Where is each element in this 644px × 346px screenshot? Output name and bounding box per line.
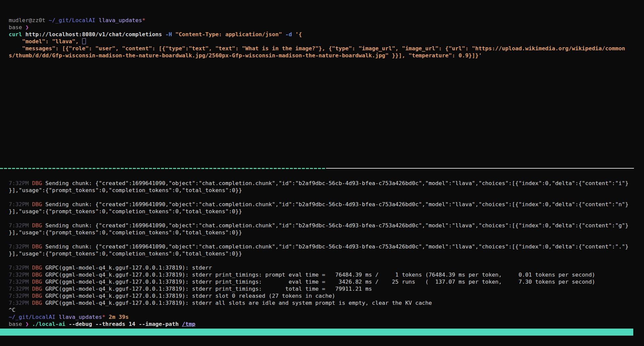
- terminal-screen: mudler@zz0t ~/_git/LocalAI llava_updates…: [0, 0, 644, 346]
- text-segment: DBG: [32, 222, 46, 229]
- terminal-line: base ❯: [9, 24, 625, 31]
- text-segment: curl: [9, 31, 25, 38]
- text-segment: llava_updates: [99, 17, 142, 23]
- terminal-line: }],"usage":{"prompt_tokens":0,"completio…: [9, 208, 629, 215]
- terminal-line: 7:32PM DBG Sending chunk: {"created":169…: [9, 201, 629, 208]
- text-segment: GRPC(ggml-model-q4_k.gguf-127.0.0.1:3781…: [45, 286, 372, 292]
- text-segment: GRPC(ggml-model-q4_k.gguf-127.0.0.1:3781…: [45, 279, 595, 285]
- text-segment: DBG: [32, 243, 46, 250]
- text-segment: }],"usage":{"prompt_tokens":0,"completio…: [9, 187, 242, 193]
- text-segment: GRPC(ggml-model-q4_k.gguf-127.0.0.1:3781…: [45, 272, 595, 278]
- text-segment: 7:32PM: [9, 243, 32, 250]
- text-segment: DBG: [32, 293, 46, 299]
- terminal-line: ~/_git/LocalAI llava_updates* 2m 39s: [9, 313, 629, 321]
- text-segment: llava_updates: [59, 314, 102, 320]
- text-segment: s/thumb/d/dd/Gfp-wisconsin-madison-the-n…: [9, 52, 482, 59]
- terminal-line: [9, 215, 629, 222]
- terminal-line: 7:32PM DBG Sending chunk: {"created":169…: [9, 243, 629, 250]
- text-segment: }],"usage":{"prompt_tokens":0,"completio…: [9, 208, 242, 215]
- text-segment: DBG: [32, 286, 46, 292]
- text-segment: 7:32PM: [9, 300, 32, 306]
- terminal-top-pane[interactable]: mudler@zz0t ~/_git/LocalAI llava_updates…: [9, 17, 625, 59]
- text-segment: DBG: [32, 300, 46, 306]
- text-segment: 7:32PM: [9, 279, 32, 285]
- text-segment: *: [142, 17, 145, 23]
- terminal-line: "model": "llava",: [9, 38, 625, 45]
- text-segment: 7:32PM: [9, 201, 32, 208]
- text-segment: -H: [165, 31, 175, 38]
- terminal-line: [9, 257, 629, 264]
- text-segment: 7:32PM: [9, 180, 32, 186]
- terminal-line: }],"usage":{"prompt_tokens":0,"completio…: [9, 250, 629, 257]
- terminal-line: ^C: [9, 306, 629, 313]
- text-segment: ./local-ai: [32, 321, 69, 327]
- text-segment: DBG: [32, 201, 46, 208]
- terminal-line: 7:32PM DBG GRPC(ggml-model-q4_k.gguf-127…: [9, 271, 629, 278]
- terminal-line: 7:32PM DBG GRPC(ggml-model-q4_k.gguf-127…: [9, 278, 629, 285]
- text-segment: 7:32PM: [9, 222, 32, 229]
- text-segment: Sending chunk: {"created":1699641090,"ob…: [45, 180, 628, 186]
- text-segment: '{: [295, 31, 302, 38]
- terminal-cursor: [82, 38, 86, 44]
- terminal-line: mudler@zz0t ~/_git/LocalAI llava_updates…: [9, 17, 625, 24]
- text-segment: --debug --threads 14 --image-path: [69, 321, 182, 327]
- text-segment: base: [9, 24, 25, 31]
- terminal-line: 7:32PM DBG GRPC(ggml-model-q4_k.gguf-127…: [9, 264, 629, 271]
- text-segment: 7:32PM: [9, 286, 32, 292]
- text-segment: 7:32PM: [9, 293, 32, 299]
- text-segment: http://localhost:8080/v1/chat/completion…: [25, 31, 165, 38]
- terminal-line: s/thumb/d/dd/Gfp-wisconsin-madison-the-n…: [9, 52, 625, 59]
- text-segment: DBG: [32, 272, 46, 278]
- text-segment: DBG: [32, 180, 46, 186]
- text-segment: "Content-Type: application/json": [175, 31, 285, 38]
- terminal-line: }],"usage":{"prompt_tokens":0,"completio…: [9, 187, 629, 194]
- pane-divider[interactable]: [0, 168, 634, 169]
- terminal-line: 7:32PM DBG GRPC(ggml-model-q4_k.gguf-127…: [9, 285, 629, 292]
- terminal-line: [9, 194, 629, 201]
- terminal-line: 7:32PM DBG Sending chunk: {"created":169…: [9, 180, 629, 187]
- text-segment: *: [102, 314, 105, 320]
- terminal-line: curl http://localhost:8080/v1/chat/compl…: [9, 31, 625, 38]
- text-segment: DBG: [32, 279, 46, 285]
- terminal-line: }],"usage":{"prompt_tokens":0,"completio…: [9, 229, 629, 236]
- terminal-line: [9, 236, 629, 243]
- text-segment: Sending chunk: {"created":1699641090,"ob…: [45, 201, 628, 208]
- text-segment: 7:32PM: [9, 265, 32, 271]
- text-segment: Sending chunk: {"created":1699641090,"ob…: [45, 222, 628, 229]
- terminal-line: base ❯ ./local-ai --debug --threads 14 -…: [9, 321, 629, 328]
- text-segment: }],"usage":{"prompt_tokens":0,"completio…: [9, 229, 242, 236]
- text-segment: }],"usage":{"prompt_tokens":0,"completio…: [9, 250, 242, 257]
- text-segment: GRPC(ggml-model-q4_k.gguf-127.0.0.1:3781…: [45, 300, 432, 306]
- text-segment: base: [9, 321, 25, 327]
- tmux-status-bar[interactable]: [0] <0:zsh 21:zsh 22:zsh 23:zsh 24:zsh 2…: [0, 329, 633, 336]
- text-segment: [105, 314, 109, 320]
- text-segment: 2m 39s: [109, 314, 129, 320]
- text-segment: ~/_git/LocalAI: [9, 314, 59, 320]
- text-segment: 7:32PM: [9, 272, 32, 278]
- text-segment: ❯: [25, 321, 32, 327]
- text-segment: mudler@zz0t: [9, 17, 49, 23]
- text-segment: "model": "llava",: [9, 38, 82, 45]
- terminal-bottom-pane[interactable]: 7:32PM DBG Sending chunk: {"created":169…: [9, 180, 629, 328]
- terminal-line: 7:32PM DBG Sending chunk: {"created":169…: [9, 222, 629, 229]
- text-segment: ^C: [9, 307, 15, 313]
- text-segment: /tmp: [182, 321, 196, 327]
- text-segment: -d: [285, 31, 296, 38]
- text-segment: ❯: [25, 24, 29, 31]
- text-segment: GRPC(ggml-model-q4_k.gguf-127.0.0.1:3781…: [45, 293, 335, 299]
- pane-divider-active-segment: [0, 168, 326, 169]
- terminal-line: 7:32PM DBG GRPC(ggml-model-q4_k.gguf-127…: [9, 299, 629, 306]
- text-segment: "messages": [{"role": "user", "content":…: [9, 45, 625, 52]
- terminal-line: 7:32PM DBG GRPC(ggml-model-q4_k.gguf-127…: [9, 292, 629, 299]
- pane-divider-inactive-segment: [326, 168, 634, 169]
- text-segment: Sending chunk: {"created":1699641090,"ob…: [45, 243, 628, 250]
- text-segment: GRPC(ggml-model-q4_k.gguf-127.0.0.1:3781…: [45, 265, 212, 271]
- terminal-line: "messages": [{"role": "user", "content":…: [9, 45, 625, 52]
- text-segment: ~/_git/LocalAI: [49, 17, 99, 23]
- text-segment: DBG: [32, 265, 46, 271]
